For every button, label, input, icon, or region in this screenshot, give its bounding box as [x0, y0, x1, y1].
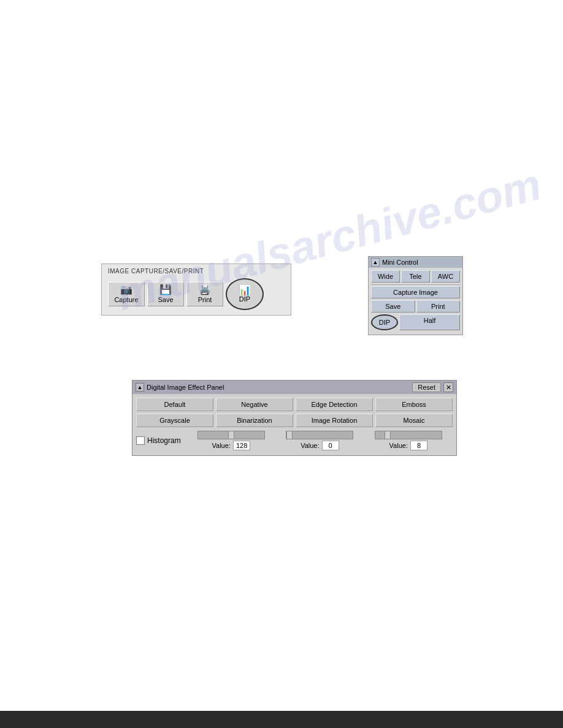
dip-collapse-button[interactable]: ▲	[136, 383, 144, 392]
dip-effects-row2: Grayscale Binarization Image Rotation Mo…	[136, 414, 453, 427]
default-button[interactable]: Default	[136, 398, 213, 411]
mini-row-1: Wide Tele AWC	[371, 270, 460, 282]
dip-close-button[interactable]: ✕	[443, 382, 453, 392]
bottom-bar	[0, 711, 563, 728]
value-box-2: 0	[322, 441, 339, 450]
negative-button[interactable]: Negative	[216, 398, 293, 411]
save-icon: 💾	[153, 285, 178, 295]
slider-group-3: Value: 8	[375, 431, 442, 450]
dip-reset-button[interactable]: Reset	[412, 382, 441, 392]
dip-panel: ▲ Digital Image Effect Panel Reset ✕ Def…	[132, 380, 457, 456]
slider-1[interactable]	[197, 431, 265, 439]
mini-control-titlebar: ▲ Mini Control	[369, 257, 462, 268]
value-label-3: Value: 8	[389, 441, 427, 450]
emboss-button[interactable]: Emboss	[375, 398, 453, 411]
mini-row-3: Save Print	[371, 300, 460, 313]
dip-button[interactable]: 📊 DIP	[226, 278, 264, 310]
mini-collapse-button[interactable]: ▲	[371, 258, 380, 267]
histogram-checkbox[interactable]	[136, 436, 145, 445]
close-icon: ✕	[446, 384, 451, 392]
mini-half-button[interactable]: Half	[399, 314, 460, 330]
dip-title-left: ▲ Digital Image Effect Panel	[136, 383, 224, 392]
mosaic-button[interactable]: Mosaic	[375, 414, 453, 427]
wide-button[interactable]: Wide	[371, 270, 400, 282]
capture-panel: IMAGE CAPTURE/SAVE/PRINT 📷 Capture 💾 Sav…	[101, 264, 291, 316]
print-icon: 🖨️	[192, 285, 218, 295]
print-button[interactable]: 🖨️ Print	[186, 282, 223, 306]
slider-3[interactable]	[375, 431, 442, 439]
dip-titlebar: ▲ Digital Image Effect Panel Reset ✕	[132, 381, 456, 394]
slider-group-1: Value: 128	[197, 431, 265, 450]
mini-print-button[interactable]: Print	[416, 300, 461, 313]
binarization-button[interactable]: Binarization	[216, 414, 293, 427]
slider-group-2: Value: 0	[286, 431, 353, 450]
mini-row-4: DIP Half	[371, 314, 460, 330]
edge-detection-button[interactable]: Edge Detection	[296, 398, 373, 411]
capture-image-button[interactable]: Capture Image	[371, 286, 460, 298]
capture-button[interactable]: 📷 Capture	[108, 282, 145, 306]
value-label-2: Value: 0	[301, 441, 339, 450]
slider-2[interactable]	[286, 431, 353, 439]
dip-panel-title: Digital Image Effect Panel	[147, 384, 224, 391]
grayscale-button[interactable]: Grayscale	[136, 414, 213, 427]
dip-effects-row1: Default Negative Edge Detection Emboss	[136, 398, 453, 411]
capture-buttons: 📷 Capture 💾 Save 🖨️ Print 📊 DIP	[108, 278, 285, 310]
histogram-checkbox-group: Histogram	[136, 436, 181, 445]
histogram-icon: 📊	[239, 286, 251, 295]
dip-bottom-row: Histogram Value: 128 Value: 0	[136, 430, 453, 452]
value-box-3: 8	[410, 441, 427, 450]
capture-panel-title: IMAGE CAPTURE/SAVE/PRINT	[108, 268, 285, 275]
mini-save-button[interactable]: Save	[371, 300, 415, 313]
dip-body: Default Negative Edge Detection Emboss G…	[132, 394, 456, 455]
mini-control-panel: ▲ Mini Control Wide Tele AWC Capture Ima…	[368, 256, 463, 335]
image-rotation-button[interactable]: Image Rotation	[296, 414, 373, 427]
histogram-label: Histogram	[147, 436, 181, 445]
value-box-1: 128	[233, 441, 250, 450]
value-label-1: Value: 128	[212, 441, 251, 450]
mini-control-body: Wide Tele AWC Capture Image Save Print D…	[369, 268, 462, 335]
tele-button[interactable]: Tele	[401, 270, 430, 282]
mini-dip-button[interactable]: DIP	[371, 314, 398, 330]
awc-button[interactable]: AWC	[431, 270, 460, 282]
mini-control-title: Mini Control	[382, 259, 418, 266]
camera-icon: 📷	[113, 285, 139, 295]
dip-title-right: Reset ✕	[412, 382, 453, 392]
save-button[interactable]: 💾 Save	[147, 282, 184, 306]
